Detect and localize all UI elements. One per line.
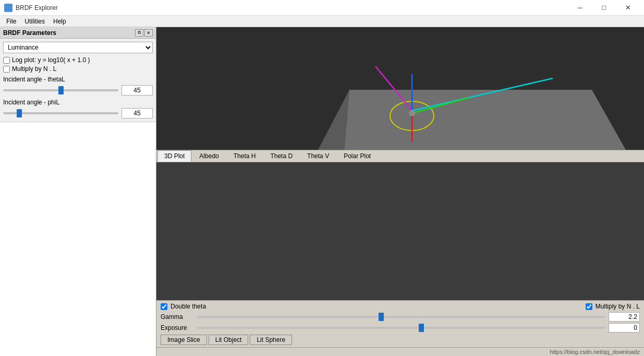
exposure-row: Exposure	[161, 323, 640, 333]
bottom-row1-right: Multiply by N . L	[586, 303, 640, 310]
log-plot-label: Log plot: y = log10( x + 1.0 )	[12, 56, 90, 64]
controls-area: Luminance R G B Log plot: y = log10( x +…	[0, 39, 156, 122]
3d-view	[156, 27, 644, 150]
gamma-label: Gamma	[161, 313, 197, 321]
luminance-dropdown[interactable]: Luminance R G B	[3, 42, 153, 53]
bottom-multiply-nl-label: Multiply by N . L	[596, 303, 640, 310]
bottom-multiply-nl-checkbox[interactable]	[586, 303, 592, 310]
left-panel: BRDF Parameters ⧉ ✕ Luminance R G B L	[0, 27, 156, 356]
log-plot-row: Log plot: y = log10( x + 1.0 )	[3, 56, 153, 64]
tab-lit-sphere[interactable]: Lit Sphere	[250, 335, 292, 345]
url-bar: https://blog.csdn.net/qq_downloadz	[156, 347, 644, 356]
phi-l-slider-row	[3, 108, 153, 118]
menu-file[interactable]: File	[2, 17, 20, 26]
theta-l-label: Incident angle - thetaL	[3, 76, 153, 83]
exposure-value[interactable]	[609, 323, 640, 333]
gamma-slider[interactable]	[197, 316, 605, 318]
gamma-row: Gamma	[161, 312, 640, 322]
phi-l-slider[interactable]	[3, 112, 118, 114]
bottom-row1-left: Double theta	[161, 303, 206, 310]
brdf-parameters-title: BRDF Parameters	[3, 29, 56, 37]
title-bar-controls: ─ □ ✕	[568, 0, 640, 16]
brdf-parameters-header: BRDF Parameters ⧉ ✕	[0, 27, 156, 39]
maximize-button[interactable]: □	[592, 0, 616, 16]
close-button[interactable]: ✕	[616, 0, 640, 16]
bottom-controls: Double theta Multiply by N . L Gamma Exp…	[156, 300, 644, 347]
exposure-slider[interactable]	[197, 327, 605, 329]
dropdown-row: Luminance R G B	[3, 42, 153, 53]
main-layout: BRDF Parameters ⧉ ✕ Luminance R G B L	[0, 27, 644, 356]
tab-image-slice[interactable]: Image Slice	[161, 335, 207, 345]
svg-point-9	[409, 111, 415, 116]
svg-marker-1	[344, 90, 626, 150]
phi-l-value[interactable]	[121, 108, 153, 118]
white-area	[0, 122, 156, 356]
phi-l-section: Incident angle - phiL	[3, 99, 153, 118]
tab-polar-plot[interactable]: Polar Plot	[337, 150, 378, 162]
minimize-button[interactable]: ─	[568, 0, 592, 16]
url-text: https://blog.csdn.net/qq_downloadz	[550, 349, 640, 355]
double-theta-checkbox[interactable]	[161, 303, 167, 310]
tabs-row: 3D Plot Albedo Theta H Theta D Theta V P…	[156, 150, 644, 162]
multiply-nl-row: Multiply by N . L	[3, 65, 153, 73]
plot-area	[156, 162, 644, 300]
3d-scene-svg	[156, 27, 644, 150]
log-plot-checkbox[interactable]	[3, 57, 10, 64]
menu-bar: File Utilities Help	[0, 16, 644, 27]
tab-lit-object[interactable]: Lit Object	[209, 335, 249, 345]
title-bar-title: BRDF Explorer	[16, 4, 58, 11]
multiply-nl-label: Multiply by N . L	[12, 65, 56, 73]
bottom-checkboxes-row: Double theta Multiply by N . L	[161, 303, 640, 310]
app-icon	[4, 4, 13, 12]
tab-3d-plot[interactable]: 3D Plot	[157, 150, 191, 162]
bottom-tabs: Image Slice Lit Object Lit Sphere	[161, 335, 640, 345]
right-panel: 3D Plot Albedo Theta H Theta D Theta V P…	[156, 27, 644, 356]
tab-theta-h[interactable]: Theta H	[227, 150, 263, 162]
double-theta-label: Double theta	[171, 303, 206, 310]
tab-albedo[interactable]: Albedo	[192, 150, 225, 162]
multiply-nl-checkbox[interactable]	[3, 66, 10, 73]
title-bar-left: BRDF Explorer	[4, 4, 58, 12]
theta-l-slider[interactable]	[3, 89, 118, 91]
menu-help[interactable]: Help	[49, 17, 70, 26]
tab-theta-v[interactable]: Theta V	[300, 150, 336, 162]
brdf-header-controls: ⧉ ✕	[135, 29, 153, 37]
menu-utilities[interactable]: Utilities	[20, 17, 49, 26]
theta-l-value[interactable]	[121, 85, 153, 96]
exposure-label: Exposure	[161, 324, 197, 331]
title-bar: BRDF Explorer ─ □ ✕	[0, 0, 644, 16]
theta-l-section: Incident angle - thetaL	[3, 76, 153, 96]
phi-l-label: Incident angle - phiL	[3, 99, 153, 106]
theta-l-slider-row	[3, 85, 153, 96]
tab-theta-d[interactable]: Theta D	[263, 150, 299, 162]
restore-button[interactable]: ⧉	[135, 29, 143, 37]
gamma-value[interactable]	[609, 312, 640, 322]
close-panel-button[interactable]: ✕	[144, 29, 153, 37]
